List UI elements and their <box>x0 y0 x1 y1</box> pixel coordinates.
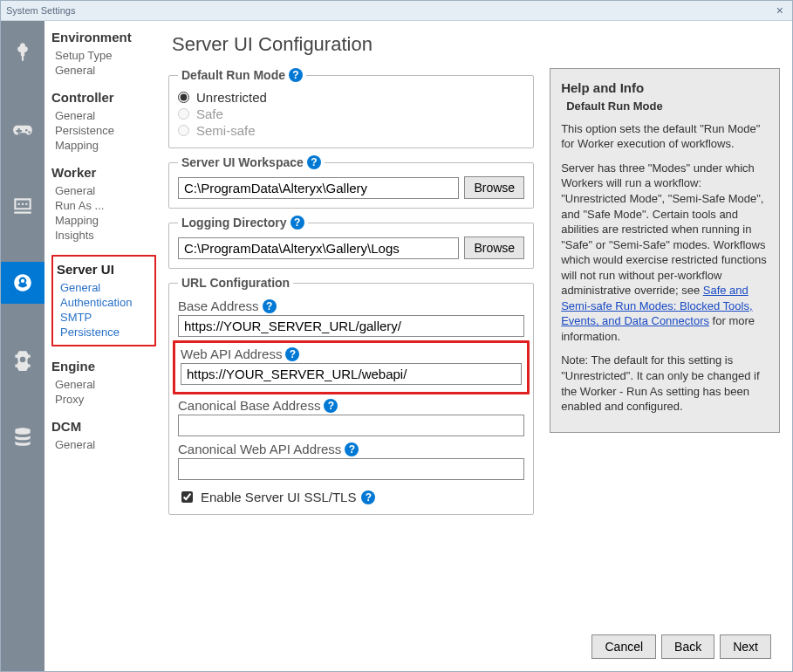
nav-item[interactable]: Insights <box>51 228 156 243</box>
nav-section-controller: Controller General Persistence Mapping <box>51 90 156 153</box>
nav-item[interactable]: Setup Type <box>51 48 156 63</box>
content-row: Default Run Mode ? Unrestricted Safe <box>168 68 780 622</box>
nav-section-engine: Engine General Proxy <box>51 359 156 407</box>
logging-fieldset: Logging Directory ? Browse <box>168 216 534 269</box>
url-legend: URL Configuration <box>178 276 293 290</box>
dcm-icon[interactable] <box>1 415 44 457</box>
serverui-icon[interactable] <box>1 262 44 304</box>
nav-item[interactable]: Persistence <box>51 123 156 138</box>
run-mode-fieldset: Default Run Mode ? Unrestricted Safe <box>168 68 534 148</box>
ssl-checkbox-row[interactable]: Enable Server UI SSL/TLS ? <box>178 489 524 505</box>
base-address-label: Base Address ? <box>178 298 524 313</box>
nav-item[interactable]: Mapping <box>51 138 156 153</box>
radio-label: Semi-safe <box>196 123 256 138</box>
base-address-input[interactable] <box>178 315 524 337</box>
help-icon[interactable]: ? <box>263 299 277 313</box>
help-icon[interactable]: ? <box>289 68 303 82</box>
cancel-button[interactable]: Cancel <box>591 634 656 659</box>
close-icon[interactable]: × <box>773 3 787 17</box>
system-settings-window: System Settings × <box>0 0 793 672</box>
controller-icon[interactable] <box>1 108 44 150</box>
back-button[interactable]: Back <box>661 634 714 659</box>
nav-item[interactable]: General <box>51 183 156 198</box>
nav-item[interactable]: Proxy <box>51 392 156 407</box>
legend-text: URL Configuration <box>181 276 290 290</box>
help-icon[interactable]: ? <box>361 490 375 504</box>
help-subtitle: Default Run Mode <box>566 99 769 114</box>
help-icon[interactable]: ? <box>291 216 304 230</box>
next-button[interactable]: Next <box>720 634 771 659</box>
legend-text: Logging Directory <box>181 216 287 230</box>
run-mode-legend: Default Run Mode ? <box>178 68 306 82</box>
workspace-input[interactable] <box>178 177 459 199</box>
nav-item[interactable]: SMTP <box>57 310 151 325</box>
radio-input <box>178 108 189 120</box>
url-fieldset: URL Configuration Base Address ? Web API… <box>168 276 534 515</box>
nav-item[interactable]: General <box>51 63 156 78</box>
browse-button[interactable]: Browse <box>464 176 524 199</box>
workspace-fieldset: Server UI Workspace ? Browse <box>168 155 534 209</box>
canon-webapi-input[interactable] <box>178 458 524 480</box>
ssl-label: Enable Server UI SSL/TLS <box>201 490 356 504</box>
help-p3: Note: The default for this setting is "U… <box>561 353 769 414</box>
canon-webapi-label: Canonical Web API Address ? <box>178 442 524 456</box>
logging-input[interactable] <box>178 237 459 259</box>
help-p2: Server has three "Modes" under which Wor… <box>561 161 769 345</box>
webapi-input[interactable] <box>181 363 522 385</box>
help-panel: Help and Info Default Run Mode This opti… <box>550 68 780 433</box>
canon-base-label: Canonical Base Address ? <box>178 398 524 413</box>
radio-safe: Safe <box>178 106 524 122</box>
worker-icon[interactable] <box>1 185 44 227</box>
nav-header[interactable]: Server UI <box>57 262 151 277</box>
legend-text: Default Run Mode <box>181 68 285 82</box>
engine-icon[interactable] <box>1 339 44 381</box>
body: Environment Setup Type General Controlle… <box>1 21 792 671</box>
nav-section-environment: Environment Setup Type General <box>51 30 156 78</box>
webapi-highlight: Web API Address ? <box>173 340 530 394</box>
nav-section-serverui: Server UI General Authentication SMTP Pe… <box>51 255 156 346</box>
environment-icon[interactable] <box>1 31 44 73</box>
nav-item[interactable]: Persistence <box>57 325 151 339</box>
nav-item[interactable]: General <box>51 108 156 123</box>
main: Server UI Configuration Default Run Mode… <box>161 21 792 671</box>
nav-header[interactable]: DCM <box>51 419 156 434</box>
nav-list: Environment Setup Type General Controlle… <box>44 21 161 671</box>
icon-strip <box>1 21 44 671</box>
nav-item[interactable]: Run As ... <box>51 198 156 213</box>
ssl-checkbox[interactable] <box>181 491 193 503</box>
footer: Cancel Back Next <box>168 629 780 664</box>
legend-text: Server UI Workspace <box>181 155 304 169</box>
help-icon[interactable]: ? <box>324 399 338 413</box>
nav-item[interactable]: General <box>57 280 151 295</box>
nav-item[interactable]: Authentication <box>57 295 151 310</box>
nav-header[interactable]: Engine <box>51 359 156 374</box>
radio-semisafe: Semi-safe <box>178 122 524 139</box>
webapi-label: Web API Address ? <box>181 346 522 361</box>
browse-button[interactable]: Browse <box>464 237 524 259</box>
radio-label: Safe <box>196 106 223 121</box>
nav-section-worker: Worker General Run As ... Mapping Insigh… <box>51 165 156 243</box>
radio-input <box>178 125 189 136</box>
canon-base-input[interactable] <box>178 415 524 436</box>
help-icon[interactable]: ? <box>345 442 359 456</box>
form-column: Default Run Mode ? Unrestricted Safe <box>168 68 534 622</box>
workspace-legend: Server UI Workspace ? <box>178 155 325 169</box>
logging-legend: Logging Directory ? <box>178 216 308 230</box>
nav-item[interactable]: Mapping <box>51 213 156 228</box>
help-p1: This option sets the default "Run Mode" … <box>561 121 769 152</box>
nav-header[interactable]: Worker <box>51 165 156 180</box>
page-title: Server UI Configuration <box>172 33 780 56</box>
nav-header[interactable]: Controller <box>51 90 156 105</box>
nav-item[interactable]: General <box>51 437 156 452</box>
titlebar: System Settings × <box>1 1 792 21</box>
help-icon[interactable]: ? <box>307 155 321 169</box>
radio-unrestricted[interactable]: Unrestricted <box>178 89 524 106</box>
nav-item[interactable]: General <box>51 377 156 392</box>
help-title: Help and Info <box>561 79 769 97</box>
nav-header[interactable]: Environment <box>51 30 156 45</box>
help-icon[interactable]: ? <box>285 347 299 361</box>
nav-section-dcm: DCM General <box>51 419 156 452</box>
radio-label: Unrestricted <box>196 90 267 105</box>
window-title: System Settings <box>6 5 773 16</box>
radio-input[interactable] <box>178 92 189 103</box>
